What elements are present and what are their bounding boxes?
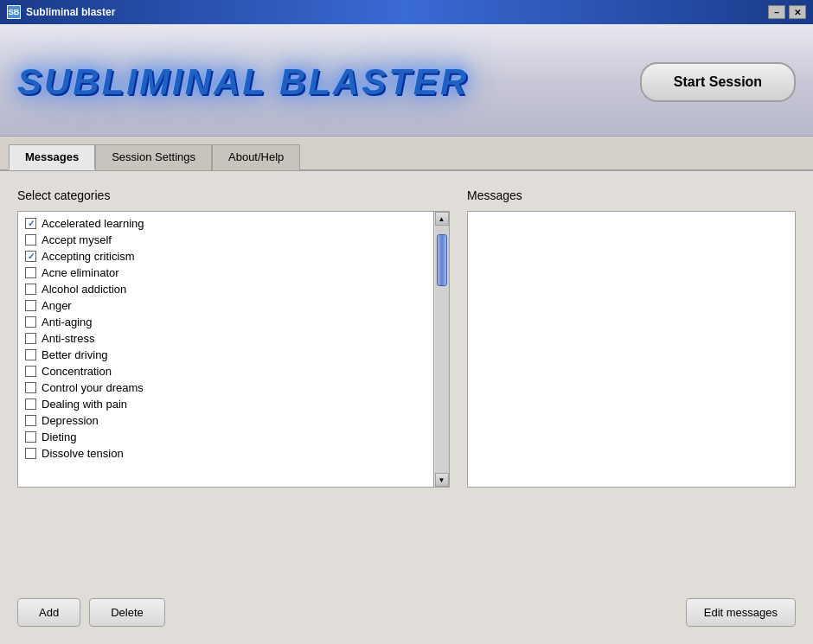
category-checkbox[interactable] — [25, 267, 36, 278]
list-item[interactable]: Anti-stress — [18, 330, 433, 347]
left-panel: Select categories Accelerated learningAc… — [17, 188, 450, 585]
content-panels: Select categories Accelerated learningAc… — [17, 188, 796, 585]
category-checkbox[interactable] — [25, 415, 36, 426]
category-label: Dealing with pain — [42, 398, 127, 411]
tab-messages[interactable]: Messages — [9, 144, 95, 170]
titlebar-title: Subliminal blaster — [26, 6, 115, 18]
delete-button[interactable]: Delete — [89, 598, 165, 627]
list-item[interactable]: Alcohol addiction — [18, 281, 433, 297]
category-checkbox[interactable] — [25, 300, 36, 311]
category-checkbox[interactable] — [25, 284, 36, 295]
app-logo: SUBLIMINAL BLASTER — [17, 61, 469, 103]
start-session-button[interactable]: Start Session — [640, 62, 796, 102]
list-item[interactable]: Accepting criticism — [18, 248, 433, 265]
list-item[interactable]: Depression — [18, 412, 433, 429]
category-checkbox[interactable] — [25, 448, 36, 459]
buttons-row: Add Delete Edit messages — [17, 598, 796, 627]
category-label: Dissolve tension — [42, 447, 124, 460]
list-item[interactable]: Accept myself — [18, 232, 433, 248]
list-item[interactable]: Control your dreams — [18, 379, 433, 396]
messages-title: Messages — [467, 188, 796, 202]
category-checkbox[interactable] — [25, 349, 36, 360]
categories-list-container: Accelerated learningAccept myselfAccepti… — [17, 211, 450, 488]
content-area: Select categories Accelerated learningAc… — [0, 171, 813, 644]
category-label: Anti-aging — [42, 316, 93, 328]
minimize-button[interactable]: – — [768, 5, 785, 19]
scrollbar-down-arrow[interactable]: ▼ — [435, 473, 449, 487]
category-label: Anger — [42, 299, 72, 312]
list-item[interactable]: Better driving — [18, 347, 433, 363]
category-label: Alcohol addiction — [42, 283, 126, 296]
scrollbar[interactable]: ▲ ▼ — [433, 212, 449, 487]
categories-list[interactable]: Accelerated learningAccept myselfAccepti… — [18, 212, 433, 487]
titlebar: SB Subliminal blaster – ✕ — [0, 0, 813, 24]
categories-title: Select categories — [17, 188, 450, 202]
category-label: Accelerated learning — [42, 217, 144, 230]
list-item[interactable]: Accelerated learning — [18, 215, 433, 232]
titlebar-left: SB Subliminal blaster — [7, 5, 115, 19]
header: SUBLIMINAL BLASTER Start Session — [0, 24, 813, 137]
app-icon: SB — [7, 5, 21, 19]
list-item[interactable]: Acne eliminator — [18, 265, 433, 281]
app-body: SUBLIMINAL BLASTER Start Session Message… — [0, 24, 813, 644]
titlebar-controls: – ✕ — [768, 5, 806, 19]
list-item[interactable]: Dieting — [18, 429, 433, 445]
category-checkbox[interactable] — [25, 251, 36, 262]
category-label: Accept myself — [42, 233, 112, 246]
tab-session-settings[interactable]: Session Settings — [95, 144, 212, 170]
list-item[interactable]: Concentration — [18, 363, 433, 379]
category-checkbox[interactable] — [25, 234, 36, 245]
tab-about-help[interactable]: About/Help — [212, 144, 300, 170]
category-label: Concentration — [42, 365, 112, 378]
list-item[interactable]: Anger — [18, 297, 433, 314]
list-item[interactable]: Dealing with pain — [18, 396, 433, 412]
left-buttons: Add Delete — [17, 598, 165, 627]
scrollbar-up-arrow[interactable]: ▲ — [435, 212, 449, 226]
category-label: Anti-stress — [42, 332, 94, 345]
category-label: Better driving — [42, 348, 108, 361]
list-item[interactable]: Anti-aging — [18, 314, 433, 330]
category-label: Accepting criticism — [42, 250, 135, 263]
category-checkbox[interactable] — [25, 218, 36, 229]
category-checkbox[interactable] — [25, 366, 36, 377]
category-label: Control your dreams — [42, 381, 144, 394]
category-checkbox[interactable] — [25, 431, 36, 443]
category-checkbox[interactable] — [25, 382, 36, 393]
category-label: Acne eliminator — [42, 266, 119, 279]
category-checkbox[interactable] — [25, 316, 36, 328]
category-checkbox[interactable] — [25, 333, 36, 344]
category-label: Dieting — [42, 430, 76, 443]
close-button[interactable]: ✕ — [789, 5, 806, 19]
tabs-container: Messages Session Settings About/Help — [0, 137, 813, 171]
scrollbar-track[interactable] — [435, 226, 449, 473]
category-checkbox[interactable] — [25, 399, 36, 410]
category-label: Depression — [42, 414, 99, 427]
list-item[interactable]: Dissolve tension — [18, 445, 433, 462]
add-button[interactable]: Add — [17, 598, 80, 627]
scrollbar-thumb[interactable] — [437, 234, 447, 286]
edit-messages-button[interactable]: Edit messages — [686, 598, 796, 627]
right-panel: Messages — [467, 188, 796, 585]
messages-box — [467, 211, 796, 488]
